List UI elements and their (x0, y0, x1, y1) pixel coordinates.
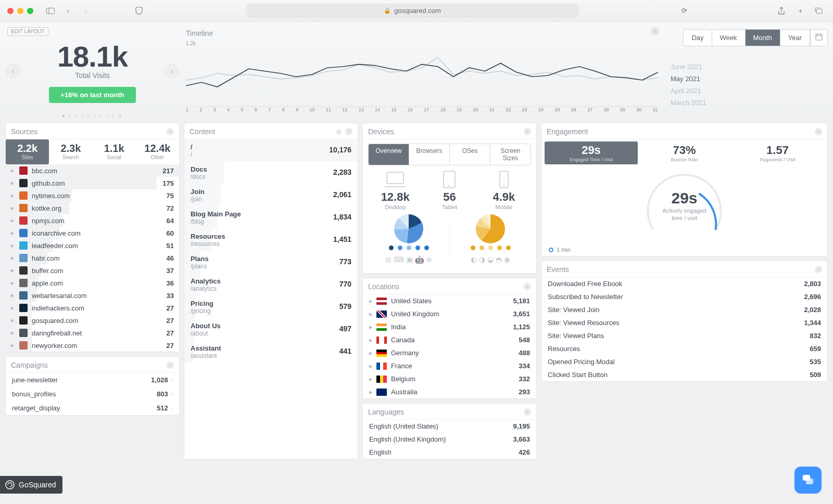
range-tab-month[interactable]: Month (746, 30, 780, 46)
device-tab[interactable]: OSes (450, 144, 490, 165)
location-row[interactable]: ▶France334 (363, 359, 536, 372)
language-row[interactable]: English (United Kingdom)3,663 (363, 433, 536, 446)
device-tab[interactable]: Overview (369, 144, 409, 165)
event-row[interactable]: Site: Viewed Plans832 (541, 329, 827, 342)
source-row[interactable]: ▶apple.com36 (6, 277, 179, 289)
languages-panel: Languages + English (United States)9,195… (362, 403, 537, 459)
add-widget-icon[interactable]: + (345, 128, 352, 135)
event-row[interactable]: Clicked Start Button509 (541, 368, 827, 381)
content-row[interactable]: Blog Main Page/blog1,834 (184, 206, 358, 229)
campaign-row[interactable]: june-newsletter1,028› (6, 373, 179, 387)
content-row[interactable]: Resources/resources1,451 (184, 229, 358, 251)
source-row[interactable]: ▶kottke.org72 (6, 202, 179, 214)
source-row[interactable]: ▶newyorker.com27 (6, 339, 179, 352)
month-list: June 2021May 2021April 2021March 2021 (666, 61, 828, 109)
source-row[interactable]: ▶bbc.com217 (6, 164, 179, 177)
hero-prev-icon[interactable]: ‹ (5, 63, 21, 79)
forward-icon[interactable]: › (79, 4, 93, 18)
source-row[interactable]: ▶leadfeeder.com51 (6, 239, 179, 252)
content-row[interactable]: Join/join2,061 (184, 184, 358, 206)
content-row[interactable]: About Us/about497 (184, 318, 358, 341)
calendar-icon[interactable] (810, 30, 827, 46)
location-row[interactable]: ▶India1,125 (363, 320, 536, 333)
share-icon[interactable] (775, 4, 788, 18)
tabs-icon[interactable] (812, 4, 826, 18)
source-row[interactable]: ▶npmjs.com64 (6, 214, 179, 227)
content-row[interactable]: Assistant/assistant441 (184, 341, 358, 363)
device-tab[interactable]: Browsers (409, 144, 450, 165)
content-row[interactable]: Pricing/pricing579 (184, 296, 358, 318)
engagement-tab[interactable]: 1.57Pageviews / Visit (731, 141, 824, 164)
location-row[interactable]: ▶Germany488 (363, 346, 536, 359)
sources-metric-tab[interactable]: 1.1kSocial (93, 139, 136, 164)
device-tab[interactable]: Screen Sizes (490, 144, 531, 165)
hero-pagination[interactable]: ● ○ ○ ○ ○ ○ ○ ○ ○ ⠿ (5, 113, 180, 119)
source-row[interactable]: ▶indiehackers.com27 (6, 302, 179, 314)
content-row[interactable]: Plans/plans773 (184, 251, 358, 274)
settings-icon[interactable]: ⚙ (336, 128, 342, 136)
maximize-window-icon[interactable] (27, 8, 33, 14)
source-row[interactable]: ▶github.com175 (6, 177, 179, 189)
location-row[interactable]: ▶United States5,181 (363, 294, 536, 307)
content-row[interactable]: Docs/docs2,283 (184, 162, 358, 184)
add-widget-icon[interactable]: + (524, 128, 531, 135)
event-row[interactable]: Opened Pricing Modal535 (541, 355, 827, 368)
source-row[interactable]: ▶iconarchive.com60 (6, 227, 179, 239)
sources-metric-tab[interactable]: 2.2kSites (6, 139, 49, 164)
engagement-tab[interactable]: 73%Bounce Rate (638, 141, 731, 164)
location-row[interactable]: ▶United Kingdom3,651 (363, 307, 536, 320)
month-option[interactable]: June 2021 (671, 61, 828, 73)
source-row[interactable]: ▶habr.com46 (6, 252, 179, 264)
location-row[interactable]: ▶Belgium332 (363, 372, 536, 385)
event-row[interactable]: Site: Viewed Join2,028 (541, 303, 827, 316)
content-row[interactable]: //10,176 (184, 139, 358, 162)
new-tab-icon[interactable]: ＋ (793, 4, 807, 18)
add-widget-icon[interactable]: + (167, 128, 174, 135)
hero-next-icon[interactable]: › (164, 63, 180, 79)
add-widget-icon[interactable]: + (815, 128, 822, 135)
shield-icon[interactable] (132, 4, 146, 18)
range-tab-day[interactable]: Day (684, 30, 712, 46)
source-row[interactable]: ▶daringfireball.net27 (6, 327, 179, 339)
sources-metric-tab[interactable]: 12.4kOther (136, 139, 179, 164)
month-option[interactable]: April 2021 (671, 85, 828, 97)
timeline-close-icon[interactable]: × (651, 27, 659, 35)
language-row[interactable]: English (United States)9,195 (363, 420, 536, 433)
dashboard: EDIT LAYOUT ‹ › 18.1k Total Visits +16% … (0, 22, 833, 504)
language-row[interactable]: English426 (363, 446, 536, 459)
campaign-row[interactable]: retarget_display512› (6, 401, 179, 415)
window-controls (7, 8, 33, 14)
sidebar-toggle-icon[interactable] (44, 4, 57, 18)
engagement-tab[interactable]: 29sEngaged Time / Visit (545, 141, 638, 164)
back-icon[interactable]: ‹ (61, 4, 75, 18)
address-bar[interactable]: 🔒 gosquared.com ⟳ (246, 4, 579, 18)
refresh-icon[interactable]: ⟳ (681, 7, 687, 15)
add-widget-icon[interactable]: + (815, 266, 822, 273)
month-option[interactable]: May 2021 (671, 73, 828, 85)
svg-rect-0 (47, 8, 55, 14)
location-row[interactable]: ▶Canada548 (363, 333, 536, 346)
event-row[interactable]: Site: Viewed Resources1,344 (541, 316, 827, 329)
add-widget-icon[interactable]: + (524, 408, 531, 416)
source-row[interactable]: ▶nytimes.com75 (6, 189, 179, 202)
source-row[interactable]: ▶webartesanal.com33 (6, 289, 179, 302)
chat-button[interactable] (794, 467, 822, 494)
add-widget-icon[interactable]: + (167, 361, 174, 369)
source-row[interactable]: ▶gosquared.com27 (6, 314, 179, 327)
range-tab-week[interactable]: Week (712, 30, 746, 46)
content-row[interactable]: Analytics/analytics770 (184, 274, 358, 296)
close-window-icon[interactable] (7, 8, 14, 14)
range-tab-year[interactable]: Year (780, 30, 810, 46)
location-row[interactable]: ▶Australia293 (363, 385, 536, 398)
sources-metric-tab[interactable]: 2.3kSearch (49, 139, 92, 164)
brand-badge[interactable]: GoSquared (0, 476, 62, 494)
event-row[interactable]: Subscribed to Newsletter2,696 (541, 290, 827, 303)
add-widget-icon[interactable]: + (524, 283, 531, 290)
source-row[interactable]: ▶buffer.com37 (6, 264, 179, 277)
minimize-window-icon[interactable] (17, 8, 23, 14)
campaign-row[interactable]: bonus_profiles803› (6, 387, 179, 401)
month-option[interactable]: March 2021 (671, 97, 828, 109)
event-row[interactable]: Resources659 (541, 342, 827, 355)
svg-point-14 (503, 185, 504, 187)
event-row[interactable]: Downloaded Free Ebook2,803 (541, 277, 827, 290)
